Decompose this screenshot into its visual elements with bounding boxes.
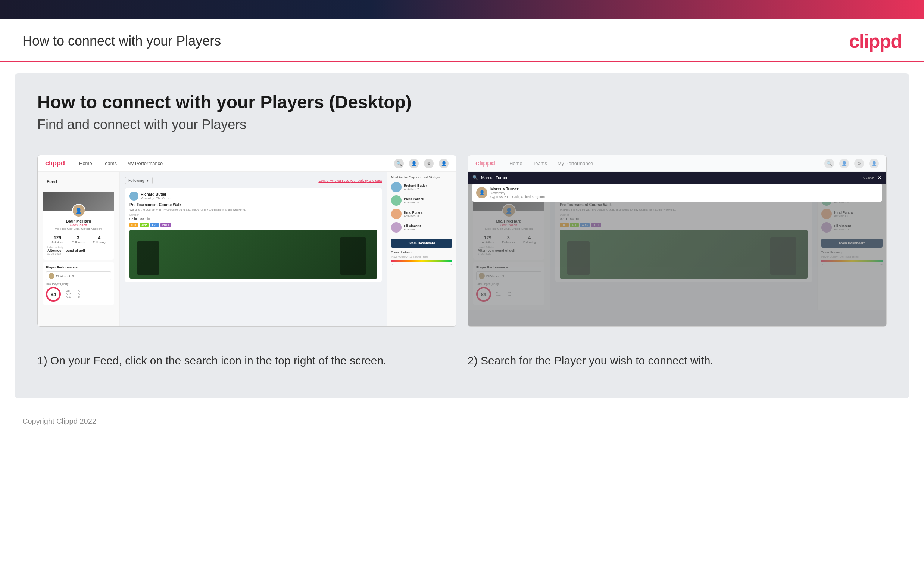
user-avatar-icon[interactable]: 👤 bbox=[439, 159, 448, 169]
search-bar: 🔍 Marcus Turner CLEAR ✕ bbox=[468, 172, 886, 184]
activities-num: 129 bbox=[52, 235, 63, 240]
active-player-1: Richard Butler Activities: 7 bbox=[391, 182, 452, 192]
duration-label: Duration bbox=[129, 214, 377, 216]
settings-icon[interactable]: ⚙ bbox=[424, 159, 434, 169]
dropdown-arrow: ▼ bbox=[72, 274, 74, 278]
app-nav-icons-1: 🔍 👤 ⚙ 👤 bbox=[394, 159, 448, 169]
settings-icon-2: ⚙ bbox=[854, 159, 864, 169]
profile-card: 👤 Blair McHarg Golf Coach Mill Ride Golf… bbox=[43, 192, 114, 260]
top-bar bbox=[0, 0, 924, 19]
active-activities-4: Activities: 1 bbox=[404, 228, 421, 231]
activity-image bbox=[129, 230, 377, 279]
active-player-3: Hiral Pujara Activities: 3 bbox=[391, 209, 452, 219]
tpq-bars: OTT 79 APP 70 bbox=[66, 290, 80, 299]
active-player-2: Piers Parnell Activities: 4 bbox=[391, 195, 452, 206]
following-button[interactable]: Following ▼ bbox=[125, 177, 153, 184]
app-body-1: Feed 👤 Blair McHarg Golf Coach Mill Ride… bbox=[38, 172, 456, 326]
result-sub2: Cypress Point Club, United Kingdom bbox=[490, 195, 545, 199]
following-arrow: ▼ bbox=[146, 179, 149, 183]
following-label: Following bbox=[128, 179, 144, 183]
active-activities-1: Activities: 7 bbox=[404, 187, 427, 191]
active-name-2: Piers Parnell bbox=[404, 197, 424, 201]
profile-icon-2: 👤 bbox=[839, 159, 849, 169]
profile-stats: 129 Activities 3 Followers 4 Following bbox=[47, 233, 110, 244]
nav-teams[interactable]: Teams bbox=[97, 155, 122, 172]
result-name: Marcus Turner bbox=[490, 187, 545, 191]
app-nav-1: clippd Home Teams My Performance 🔍 👤 ⚙ 👤 bbox=[38, 155, 456, 172]
nav-my-performance[interactable]: My Performance bbox=[122, 155, 168, 172]
profile-role: Golf Coach bbox=[47, 223, 110, 227]
player-select-avatar bbox=[49, 273, 55, 279]
section-title: How to connect with your Players (Deskto… bbox=[37, 92, 887, 112]
latest-label: Latest Activity bbox=[47, 246, 110, 249]
activity-desc: Walking the course with my coach to buil… bbox=[129, 208, 377, 211]
active-info-3: Hiral Pujara Activities: 3 bbox=[404, 211, 422, 218]
app-nav-icons-2: 🔍 👤 ⚙ 👤 bbox=[824, 159, 879, 169]
clear-button[interactable]: CLEAR bbox=[863, 176, 874, 180]
tpq-circle: 84 bbox=[46, 287, 61, 302]
nav2-my-performance: My Performance bbox=[552, 155, 598, 172]
step1-content: On your Feed, click on the search icon i… bbox=[50, 354, 386, 367]
activity-user-date: Yesterday · The Grove bbox=[141, 196, 170, 200]
tpq-label: Total Player Quality bbox=[46, 283, 111, 285]
active-activities-3: Activities: 3 bbox=[404, 214, 422, 218]
result-sub1: Yesterday bbox=[490, 191, 545, 195]
app-middle-panel: Following ▼ Control who can see your act… bbox=[120, 172, 387, 326]
nav-home[interactable]: Home bbox=[74, 155, 97, 172]
active-name-3: Hiral Pujara bbox=[404, 211, 422, 214]
control-link[interactable]: Control who can see your activity and da… bbox=[318, 179, 382, 183]
followers-num: 3 bbox=[72, 235, 84, 240]
activity-user-avatar bbox=[129, 192, 138, 201]
search-icon-2: 🔍 bbox=[824, 159, 834, 169]
activity-user-name: Richard Butler bbox=[141, 192, 170, 196]
logo: clippd bbox=[849, 30, 901, 52]
step2-content: Search for the Player you wish to connec… bbox=[481, 354, 714, 367]
active-name-4: Eli Vincent bbox=[404, 224, 421, 228]
player-select-name: Eli Vincent bbox=[56, 274, 70, 278]
latest-activity: Latest Activity Afternoon round of golf … bbox=[47, 246, 110, 255]
search-overlay: 🔍 Marcus Turner CLEAR ✕ 👤 Marcus Turner … bbox=[468, 172, 886, 326]
active-info-1: Richard Butler Activities: 7 bbox=[404, 184, 427, 191]
duration-val: 02 hr : 00 min bbox=[129, 217, 377, 221]
step2-text: 2) Search for the Player you wish to con… bbox=[468, 353, 887, 369]
descriptions-row: 1) On your Feed, click on the search ico… bbox=[37, 345, 887, 376]
active-activities-2: Activities: 4 bbox=[404, 201, 424, 204]
desc-box-2: 2) Search for the Player you wish to con… bbox=[468, 345, 887, 376]
following-stat: 4 Following bbox=[93, 235, 105, 244]
app-right-panel: Most Active Players · Last 30 days Richa… bbox=[387, 172, 456, 326]
step1-number: 1) bbox=[37, 354, 47, 367]
profile-icon[interactable]: 👤 bbox=[409, 159, 419, 169]
active-avatar-2 bbox=[391, 195, 401, 206]
section-subtitle: Find and connect with your Players bbox=[37, 117, 887, 133]
heatmap-scale: -5 +5 bbox=[391, 264, 452, 266]
bar-ott: OTT 79 bbox=[66, 290, 80, 292]
feed-tab[interactable]: Feed bbox=[43, 177, 61, 187]
app-left-panel: Feed 👤 Blair McHarg Golf Coach Mill Ride… bbox=[38, 172, 120, 326]
step2-number: 2) bbox=[468, 354, 478, 367]
user-avatar-icon-2: 👤 bbox=[869, 159, 879, 169]
profile-avatar: 👤 bbox=[72, 204, 86, 217]
header: How to connect with your Players clippd bbox=[0, 19, 924, 62]
player-select-dropdown[interactable]: Eli Vincent ▼ bbox=[46, 271, 111, 281]
player-perf-title: Player Performance bbox=[46, 265, 111, 269]
app-nav-links-2: Home Teams My Performance bbox=[504, 155, 824, 172]
activity-card-1: Richard Butler Yesterday · The Grove Pre… bbox=[125, 188, 382, 282]
app-nav-links-1: Home Teams My Performance bbox=[74, 155, 394, 172]
screenshot-1: clippd Home Teams My Performance 🔍 👤 ⚙ 👤 bbox=[37, 155, 456, 327]
search-icon[interactable]: 🔍 bbox=[394, 159, 404, 169]
activities-stat: 129 Activities bbox=[52, 235, 63, 244]
team-dashboard-button[interactable]: Team Dashboard bbox=[391, 239, 452, 248]
close-search-button[interactable]: ✕ bbox=[877, 175, 882, 181]
step1-text: 1) On your Feed, click on the search ico… bbox=[37, 353, 456, 369]
profile-location: Mill Ride Golf Club, United Kingdom bbox=[47, 227, 110, 231]
footer: Copyright Clippd 2022 bbox=[0, 409, 924, 433]
main-content: How to connect with your Players (Deskto… bbox=[15, 73, 909, 398]
activity-user: Richard Butler Yesterday · The Grove bbox=[129, 192, 377, 201]
search-input-value[interactable]: Marcus Turner bbox=[481, 175, 860, 180]
nav2-teams: Teams bbox=[528, 155, 552, 172]
search-result[interactable]: 👤 Marcus Turner Yesterday Cypress Point … bbox=[473, 184, 882, 201]
page-title: How to connect with your Players bbox=[23, 33, 221, 49]
tag-arg: ARG bbox=[150, 223, 159, 227]
profile-name: Blair McHarg bbox=[47, 219, 110, 223]
active-name-1: Richard Butler bbox=[404, 184, 427, 187]
